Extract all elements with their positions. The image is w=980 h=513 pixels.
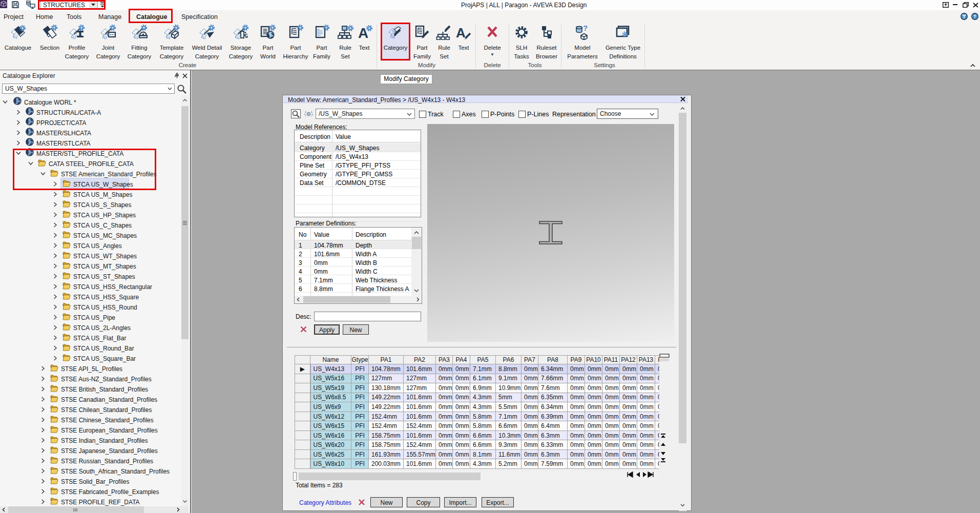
svg-text:?: ? [973, 13, 976, 19]
svg-text:A: A [456, 25, 466, 40]
svg-text:?: ? [583, 25, 588, 32]
